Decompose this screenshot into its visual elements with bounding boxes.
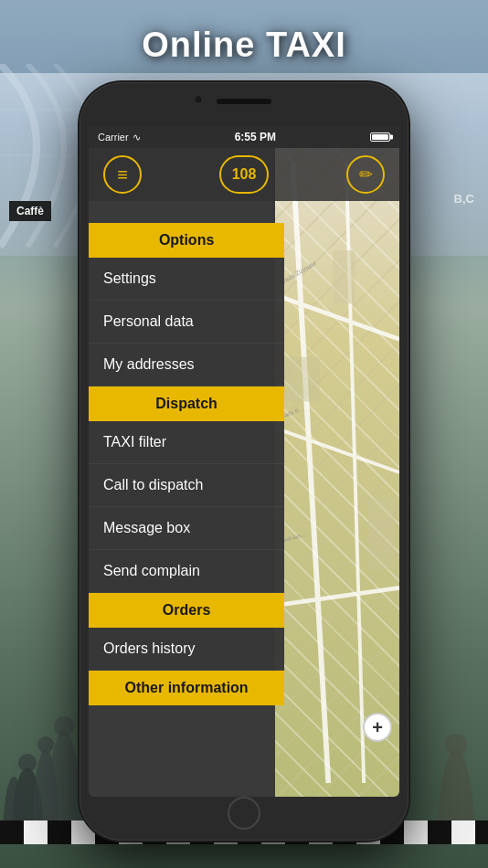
edit-button[interactable]: ✏ [346, 155, 385, 194]
menu-button[interactable]: ≡ [103, 155, 142, 194]
battery-indicator [370, 132, 390, 142]
svg-line-12 [275, 428, 399, 472]
carrier-label: Carrier [98, 132, 129, 143]
send-complain-menu-item[interactable]: Send complain [89, 550, 284, 593]
battery-fill [372, 134, 388, 140]
action-bar: ≡ 108 ✏ [89, 148, 399, 201]
status-bar: Carrier ∿ 6:55 PM [89, 126, 399, 148]
options-section-header: Options [89, 223, 284, 258]
screen-content: Strada Zizinului Strada B... Sfintii Arh… [89, 148, 399, 797]
svg-rect-15 [284, 357, 320, 402]
phone-shell: Carrier ∿ 6:55 PM [80, 82, 408, 841]
map-background: Strada Zizinului Strada B... Sfintii Arh… [275, 148, 399, 797]
svg-point-5 [37, 736, 54, 753]
svg-rect-16 [368, 499, 395, 570]
phone-speaker [217, 99, 271, 104]
svg-point-6 [54, 716, 74, 736]
menu-overlay: Options Settings Personal data My addres… [89, 223, 284, 797]
map-zoom-plus-button[interactable]: + [363, 713, 392, 742]
building-text: B,C [454, 192, 474, 206]
orders-section-header: Orders [89, 593, 284, 628]
taxi-filter-menu-item[interactable]: TAXI filter [89, 421, 284, 464]
dispatch-section-header: Dispatch [89, 386, 284, 421]
svg-point-4 [18, 754, 37, 772]
call-to-dispatch-menu-item[interactable]: Call to dispatch [89, 464, 284, 507]
counter-value: 108 [232, 166, 257, 183]
battery-tip [390, 135, 393, 140]
svg-line-9 [292, 162, 328, 783]
hamburger-icon: ≡ [117, 165, 128, 184]
orders-history-menu-item[interactable]: Orders history [89, 628, 284, 671]
wifi-icon: ∿ [133, 132, 141, 143]
caffe-sign: Caffè [9, 201, 51, 221]
time-display: 6:55 PM [235, 131, 276, 143]
personal-data-menu-item[interactable]: Personal data [89, 301, 284, 344]
settings-menu-item[interactable]: Settings [89, 258, 284, 301]
phone-camera [194, 95, 203, 104]
message-box-menu-item[interactable]: Message box [89, 507, 284, 550]
status-left: Carrier ∿ [98, 132, 141, 143]
svg-rect-14 [333, 250, 355, 303]
my-addresses-menu-item[interactable]: My addresses [89, 344, 284, 386]
phone-screen: Carrier ∿ 6:55 PM [89, 126, 399, 797]
page-title: Online TAXI [0, 26, 488, 65]
other-information-section-header: Other information [89, 671, 284, 705]
counter-badge[interactable]: 108 [219, 155, 269, 194]
edit-icon: ✏ [359, 164, 373, 185]
svg-line-13 [275, 587, 399, 605]
battery-bar [370, 132, 390, 142]
home-button[interactable] [228, 797, 260, 830]
svg-point-8 [445, 734, 467, 756]
